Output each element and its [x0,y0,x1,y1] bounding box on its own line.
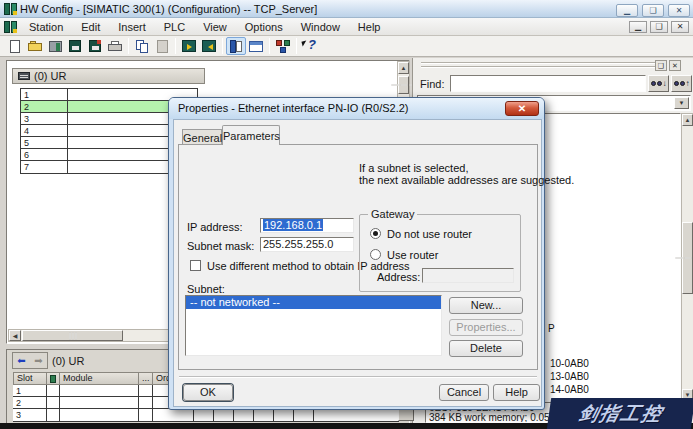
menu-edit[interactable]: Edit [72,18,109,36]
menubar: Station Edit Insert PLC View Options Win… [0,18,693,36]
mdi-minimize-icon[interactable]: ▁ [629,21,647,33]
rack-icon [18,72,30,80]
dialog-title: Properties - Ethernet interface PN-IO (R… [178,102,408,114]
catalog-toggle-icon[interactable] [226,37,246,55]
tree-item-partial[interactable]: 10-0AB0 [550,358,589,369]
dialog-separator [179,376,537,378]
help-cursor-icon[interactable]: ? [300,37,320,55]
new-button[interactable]: New... [449,297,523,314]
download-to-module-icon[interactable] [179,37,199,55]
menu-insert[interactable]: Insert [109,18,155,36]
menu-window[interactable]: Window [292,18,349,36]
upload-from-module-icon[interactable] [199,37,219,55]
subnet-list-item-selected[interactable]: -- not networked -- [186,296,441,309]
dialog-titlebar[interactable]: Properties - Ethernet interface PN-IO (R… [169,98,544,119]
tree-item-partial[interactable]: P [548,323,555,334]
find-previous-icon[interactable]: ↑ [671,75,692,92]
network-configuration-icon[interactable] [273,37,293,55]
use-router-radio[interactable] [370,249,381,260]
watermark-logo: 剑指工控 [547,398,693,429]
open-icon[interactable] [25,37,45,55]
menu-plc[interactable]: PLC [155,18,194,36]
address-overview-icon[interactable] [246,37,266,55]
table-row[interactable]: 3 [13,409,399,422]
window-titlebar: HW Config - [SIMATIC 300(1) (Configurati… [0,0,693,18]
gateway-groupbox: Gateway Do not use router Use router Add… [359,214,521,292]
subnet-listbox[interactable]: -- not networked -- [185,295,442,356]
watermark-text: 剑指工控 [576,401,666,427]
window-title: HW Config - [SIMATIC 300(1) (Configurati… [20,3,317,15]
float-pane-icon[interactable]: ❑ [655,60,667,71]
toolbar: ? [0,36,693,57]
no-router-label: Do not use router [387,228,472,240]
save-icon[interactable] [65,37,85,55]
nav-forward-icon[interactable]: ➡ [30,353,47,368]
help-button[interactable]: Help [493,384,540,401]
subnet-mask-label: Subnet mask: [187,240,254,252]
column-header-slot[interactable]: Slot [13,372,47,385]
ip-address-field[interactable]: 192.168.0.1 [260,218,354,233]
mdi-restore-icon[interactable]: ❑ [650,21,668,33]
scroll-left-icon[interactable]: ◀ [9,330,21,341]
dialog-close-icon[interactable]: ✕ [505,101,539,116]
new-station-icon[interactable] [45,37,65,55]
new-icon[interactable] [5,37,25,55]
find-input[interactable] [450,75,646,92]
menu-options[interactable]: Options [236,18,292,36]
mdi-child-icon [4,21,17,33]
gateway-address-label: Address: [377,271,420,283]
paste-icon[interactable] [152,37,172,55]
module-icon [50,375,56,383]
menu-station[interactable]: Station [20,18,72,36]
minimize-icon[interactable]: ▁ [616,4,638,17]
scroll-up-icon[interactable]: ▲ [398,62,409,74]
gateway-address-field[interactable] [422,268,514,283]
menu-view[interactable]: View [194,18,236,36]
properties-button[interactable]: Properties... [449,319,523,336]
rack-header[interactable]: (0) UR [12,68,205,84]
nav-back-icon[interactable]: ⬅ [13,353,30,368]
find-label: Find: [420,78,444,90]
rack-title: (0) UR [34,70,66,82]
ip-address-label: IP address: [187,221,242,233]
tree-item-partial[interactable]: 14-0AB0 [550,384,589,395]
tree-item-partial[interactable]: 13-0AB0 [550,371,589,382]
gateway-legend: Gateway [368,208,417,220]
delete-button[interactable]: Delete [449,340,523,357]
catalog-scrollbar[interactable]: ▲ ▼ [681,113,693,402]
scroll-up-icon[interactable]: ▲ [682,114,693,126]
subnet-hint-line1: If a subnet is selected, [359,162,468,174]
copy-icon[interactable] [132,37,152,55]
different-method-checkbox[interactable] [190,260,201,271]
dialog-body: General Parameters If a subnet is select… [173,119,542,407]
menu-help[interactable]: Help [349,18,390,36]
mdi-close-icon[interactable]: ✕ [671,21,689,33]
no-router-radio[interactable] [370,228,381,239]
close-icon[interactable]: ✕ [668,4,690,17]
find-next-icon[interactable]: ↓ [648,75,669,92]
restore-icon[interactable]: ❑ [642,4,664,17]
scrollbar-thumb[interactable] [682,222,693,294]
column-header-dots[interactable]: ... [138,372,153,385]
ok-button[interactable]: OK [183,384,233,401]
column-header-module-icon[interactable] [46,372,60,385]
subnet-mask-value: 255.255.255.0 [263,238,333,250]
scrollbar-thumb[interactable] [22,330,123,341]
ip-address-value: 192.168.0.1 [263,219,323,231]
scrollbar-thumb[interactable] [398,76,409,94]
cancel-button[interactable]: Cancel [439,384,489,401]
tab-parameters[interactable]: Parameters [222,125,280,145]
close-pane-icon[interactable]: ✕ [669,60,681,71]
mdi-window-controls: ▁ ❑ ✕ [626,21,689,33]
column-header-module[interactable]: Module [59,372,139,385]
hw-config-app-icon [4,3,17,15]
chevron-down-icon[interactable]: ▼ [674,97,689,109]
rack-nav: ⬅ ➡ [12,352,48,369]
save-compile-icon[interactable] [85,37,105,55]
dock-handle[interactable] [421,66,665,68]
tab-general[interactable]: General [182,129,222,145]
print-icon[interactable] [105,37,125,55]
dock-handle[interactable] [421,62,665,64]
subnet-mask-field[interactable]: 255.255.255.0 [260,237,354,252]
properties-dialog: Properties - Ethernet interface PN-IO (R… [168,97,545,410]
